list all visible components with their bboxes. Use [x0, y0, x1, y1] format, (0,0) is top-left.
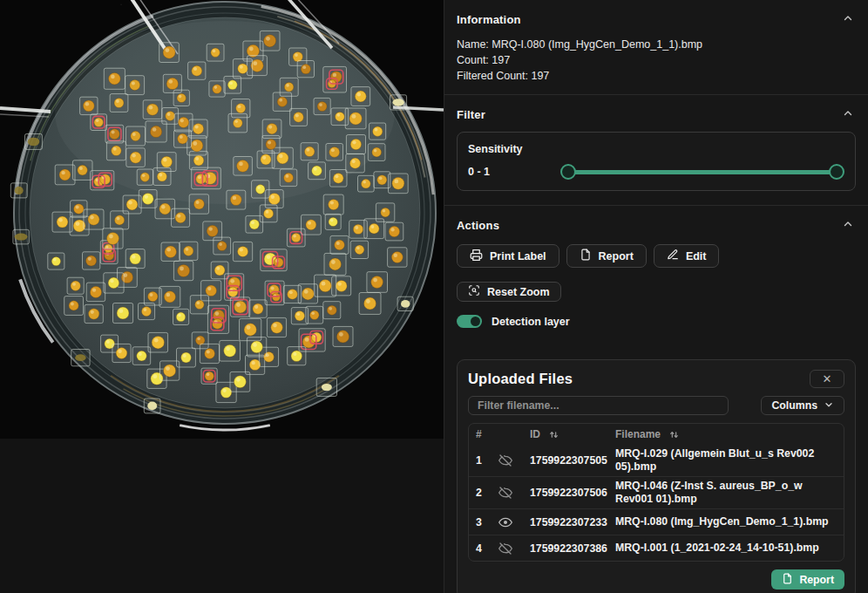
actions-title: Actions: [457, 219, 499, 232]
app-root: Information Name: MRQ-I.080 (Img_HygCen_…: [0, 0, 868, 593]
actions-collapse-button[interactable]: [840, 216, 856, 235]
header-filename: Filename: [615, 428, 840, 440]
eye-icon[interactable]: [498, 515, 512, 529]
row-filename: MRQ-I.001 (1_2021-02-24_14-10-51).bmp: [615, 539, 840, 557]
chevron-down-icon: [824, 399, 834, 412]
side-panel: Information Name: MRQ-I.080 (Img_HygCen_…: [444, 0, 868, 593]
petri-dish-image[interactable]: [0, 0, 444, 439]
eye-off-icon[interactable]: [498, 453, 512, 467]
header-index: #: [476, 428, 498, 440]
row-index: 3: [476, 516, 498, 528]
information-title: Information: [457, 13, 521, 26]
slider-fill: [562, 170, 843, 174]
file-row[interactable]: 11759922307505MRQ-I.029 (Allgemein Blut_…: [469, 445, 844, 476]
uploaded-files-card: Uploaded Files ✕ Columns #: [457, 359, 856, 593]
files-table: # ID Filename 11759922: [468, 423, 844, 562]
filename-filter-input[interactable]: [468, 396, 729, 415]
sensitivity-filter-box: Sensitivity 0 - 1: [457, 132, 856, 191]
row-id: 1759922307506: [530, 487, 615, 499]
chevron-up-icon: [842, 107, 854, 122]
row-index: 4: [476, 542, 498, 555]
chevron-up-icon: [842, 12, 854, 27]
eye-off-icon[interactable]: [498, 486, 512, 500]
toggle-knob: [471, 317, 480, 326]
print-label-text: Print Label: [490, 250, 546, 262]
report-green-button[interactable]: Report: [771, 569, 844, 590]
close-icon: ✕: [823, 373, 832, 385]
filter-collapse-button[interactable]: [840, 106, 856, 124]
document-icon: [580, 249, 592, 263]
file-row[interactable]: 21759922307506MRQ-I.046 (Z-Inst S. aureu…: [469, 476, 844, 508]
slider-handle-low[interactable]: [560, 164, 576, 180]
row-id: 1759922307505: [530, 454, 615, 467]
reset-zoom-text: Reset Zoom: [487, 286, 550, 298]
close-button[interactable]: ✕: [810, 370, 844, 388]
filtered-count-line: Filtered Count: 197: [457, 68, 856, 84]
document-icon: [782, 573, 793, 587]
actions-section: Actions Print Label: [444, 206, 868, 338]
print-label-button[interactable]: Print Label: [457, 244, 559, 268]
pencil-icon: [667, 249, 679, 263]
uploaded-files-title: Uploaded Files: [468, 371, 573, 387]
filter-section: Filter Sensitivity 0 - 1: [444, 95, 868, 205]
row-index: 2: [476, 487, 498, 499]
filter-title: Filter: [457, 108, 485, 121]
report-text: Report: [599, 250, 634, 262]
header-id: ID: [530, 428, 615, 440]
file-row[interactable]: 41759922307386MRQ-I.001 (1_2021-02-24_14…: [469, 535, 844, 561]
report-green-text: Report: [799, 574, 834, 586]
row-index: 1: [476, 454, 498, 467]
reset-zoom-button[interactable]: Reset Zoom: [457, 282, 561, 302]
row-id: 1759922307233: [530, 516, 615, 528]
edit-text: Edit: [686, 250, 707, 262]
files-table-body: 11759922307505MRQ-I.029 (Allgemein Blut_…: [469, 445, 844, 561]
sensitivity-label: Sensitivity: [468, 143, 844, 155]
detection-layer-toggle[interactable]: [457, 315, 482, 328]
image-name-line: Name: MRQ-I.080 (Img_HygCen_Demo_1_1).bm…: [457, 37, 856, 52]
row-filename: MRQ-I.080 (Img_HygCen_Demo_1_1).bmp: [615, 513, 840, 531]
information-collapse-button[interactable]: [840, 10, 856, 29]
chevron-up-icon: [842, 218, 854, 233]
columns-button[interactable]: Columns: [761, 396, 844, 415]
image-viewer[interactable]: [0, 0, 444, 593]
printer-icon: [470, 249, 483, 264]
files-table-header: # ID Filename: [469, 424, 844, 445]
detection-layer-label: Detection layer: [492, 316, 570, 328]
sort-arrows-icon[interactable]: [668, 429, 680, 440]
columns-text: Columns: [771, 399, 817, 412]
row-filename: MRQ-I.046 (Z-Inst S. aureus_BP_o_w Rev00…: [615, 477, 840, 508]
edit-button[interactable]: Edit: [654, 244, 720, 268]
eye-off-icon[interactable]: [498, 542, 512, 556]
scan-zoom-icon: [468, 284, 480, 299]
slider-handle-high[interactable]: [829, 164, 844, 180]
file-row[interactable]: 31759922307233MRQ-I.080 (Img_HygCen_Demo…: [469, 508, 844, 535]
count-line: Count: 197: [457, 52, 856, 68]
sensitivity-slider[interactable]: [560, 164, 844, 180]
information-section: Information Name: MRQ-I.080 (Img_HygCen_…: [444, 0, 868, 94]
row-filename: MRQ-I.029 (Allgemein Blut_u_s Rev002 05)…: [615, 445, 840, 476]
report-button[interactable]: Report: [566, 244, 647, 268]
sensitivity-range-label: 0 - 1: [468, 166, 560, 178]
sort-arrows-icon[interactable]: [548, 429, 559, 440]
row-id: 1759922307386: [530, 542, 615, 555]
